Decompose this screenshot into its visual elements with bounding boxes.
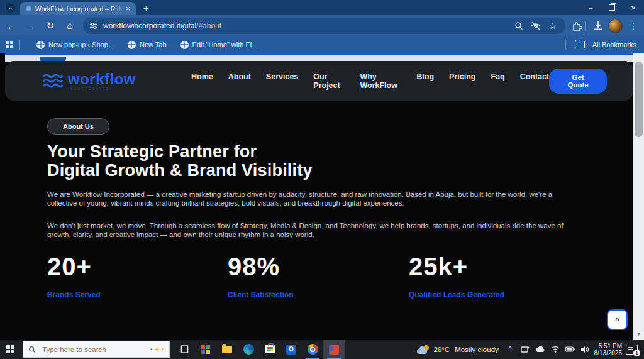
nav-item-contact[interactable]: Contact <box>520 72 550 90</box>
logo-subtext: INCORPORATED <box>68 87 136 91</box>
about-paragraph-2: We don't just market, we move. Through a… <box>47 221 582 239</box>
bookmark-item[interactable]: New Tab <box>128 41 167 49</box>
notification-badge: 1 <box>633 350 640 356</box>
wifi-icon[interactable] <box>551 346 560 353</box>
tab-search-chevron-icon[interactable]: ⌄ <box>6 3 15 13</box>
globe-icon <box>128 41 136 49</box>
browser-toolbar: ← → ↻ ⌂ workflowincorporated.digital/#ab… <box>0 15 644 36</box>
battery-icon[interactable] <box>565 346 575 352</box>
password-eye-off-icon[interactable] <box>531 21 541 30</box>
apps-grid-icon[interactable] <box>6 41 13 48</box>
task-view-button[interactable] <box>174 340 195 359</box>
site-logo[interactable]: workflow INCORPORATED <box>43 72 136 91</box>
restore-button[interactable] <box>601 0 623 15</box>
tab-close-icon[interactable]: × <box>124 4 132 13</box>
scroll-to-top-button[interactable]: ^ <box>607 309 628 330</box>
stat-value: 25k+ <box>409 254 504 279</box>
search-icon <box>28 346 36 353</box>
nav-item-about[interactable]: About <box>228 72 251 90</box>
tab-favicon-icon <box>26 6 31 11</box>
scrollbar-thumb[interactable] <box>635 62 643 137</box>
weather-condition[interactable]: Mostly cloudy <box>455 346 499 353</box>
stat-label: Qualified Leads Generated <box>409 290 504 299</box>
globe-icon <box>180 41 189 49</box>
home-button[interactable]: ⌂ <box>62 18 78 34</box>
nav-item-our-project[interactable]: Our Project <box>313 72 345 90</box>
chrome-menu-icon[interactable]: ⋮ <box>629 21 638 31</box>
browser-tab[interactable]: WorkFlow Incorporated – Ride T × <box>20 2 136 15</box>
stat-brands: 20+ Brands Served <box>47 254 101 299</box>
copilot-sparkle-icon <box>150 346 164 352</box>
zoom-icon[interactable] <box>514 21 523 30</box>
office-app-icon[interactable] <box>195 340 216 359</box>
phone-link-icon[interactable] <box>521 346 530 353</box>
forward-button[interactable]: → <box>23 18 39 34</box>
active-app-icon[interactable] <box>323 340 345 359</box>
profile-avatar[interactable] <box>608 19 623 33</box>
nav-item-home[interactable]: Home <box>191 72 213 90</box>
notification-center-icon[interactable]: 1 <box>626 345 638 355</box>
page-title: Your Strategic Partner for Digital Growt… <box>47 142 313 180</box>
tray-chevron-up[interactable]: ^ <box>509 346 512 353</box>
address-bar[interactable]: workflowincorporated.digital/#about ☆ <box>83 18 565 34</box>
search-input[interactable] <box>41 345 119 354</box>
minimize-button[interactable]: – <box>580 0 601 15</box>
weather-icon[interactable] <box>417 345 430 354</box>
nav-item-why-workflow[interactable]: Why WorkFlow <box>360 72 401 90</box>
bookmark-label: New Tab <box>140 41 167 48</box>
reload-button[interactable]: ↻ <box>42 18 58 34</box>
start-button[interactable] <box>6 345 15 354</box>
about-us-badge: About Us <box>47 118 109 135</box>
bookmark-star-icon[interactable]: ☆ <box>548 21 557 31</box>
chevron-up-icon: ^ <box>615 316 619 324</box>
url-domain: workflowincorporated.digital <box>103 21 196 30</box>
get-quote-button[interactable]: Get Quote <box>549 69 607 94</box>
edge-browser-icon[interactable] <box>238 340 259 359</box>
all-bookmarks-button[interactable]: All Bookmarks <box>575 41 636 48</box>
restore-icon <box>609 4 615 11</box>
bookmarks-separator <box>565 40 566 50</box>
outlook-icon[interactable]: O <box>280 340 302 359</box>
logo-text: workflow <box>68 72 136 87</box>
scrollbar-down-arrow[interactable]: ▾ <box>633 331 644 337</box>
clock-time: 5:51 PM <box>594 343 623 350</box>
stat-label: Client Satisfaction <box>228 290 294 299</box>
all-bookmarks-label: All Bookmarks <box>592 41 636 48</box>
about-paragraph-1: We are Workflow Incorporated — a creativ… <box>47 190 582 207</box>
taskbar-search[interactable] <box>23 341 170 358</box>
onedrive-cloud-icon[interactable] <box>535 346 545 353</box>
nav-item-pricing[interactable]: Pricing <box>449 72 475 90</box>
extensions-puzzle-icon[interactable] <box>572 21 582 31</box>
nav-item-faq[interactable]: Faq <box>491 72 504 90</box>
weather-temp[interactable]: 26°C <box>433 346 450 353</box>
nav-item-services[interactable]: Services <box>266 72 298 90</box>
windows-taskbar: O 26°C Mostly cloudy ^ 5:51 PM 8/13/2025… <box>0 340 644 359</box>
toolbar-separator <box>585 21 586 31</box>
back-button[interactable]: ← <box>3 18 19 34</box>
globe-icon <box>36 41 45 49</box>
heading-line-2: Digital Growth & Brand Visibility <box>47 161 313 180</box>
site-info-icon[interactable] <box>89 21 98 30</box>
folder-icon <box>575 41 585 48</box>
page-scrollbar[interactable]: ▾ <box>633 53 644 340</box>
stat-value: 98% <box>228 254 294 279</box>
bookmark-item[interactable]: Edit "Home" with El... <box>180 41 258 49</box>
microsoft-store-icon[interactable] <box>259 340 280 359</box>
waves-logo-icon <box>43 73 64 89</box>
stat-value: 20+ <box>47 254 101 279</box>
downloads-icon[interactable] <box>593 21 603 31</box>
site-nav-links: Home About Services Our Project Why Work… <box>191 72 549 90</box>
new-tab-button[interactable]: + <box>143 3 149 13</box>
close-button[interactable]: × <box>623 0 644 15</box>
bookmark-label: New pop-up ‹ Shop... <box>48 41 114 48</box>
taskbar-clock[interactable]: 5:51 PM 8/13/2025 <box>594 343 623 356</box>
heading-line-1: Your Strategic Partner for <box>47 142 313 161</box>
url-path: /#about <box>196 21 221 30</box>
clock-date: 8/13/2025 <box>594 350 623 356</box>
bookmark-item[interactable]: New pop-up ‹ Shop... <box>36 41 114 49</box>
nav-item-blog[interactable]: Blog <box>416 72 434 90</box>
speaker-icon[interactable] <box>580 346 589 353</box>
file-explorer-icon[interactable] <box>216 340 238 359</box>
url-text[interactable]: workflowincorporated.digital/#about <box>103 21 221 30</box>
chrome-icon[interactable] <box>302 340 323 359</box>
